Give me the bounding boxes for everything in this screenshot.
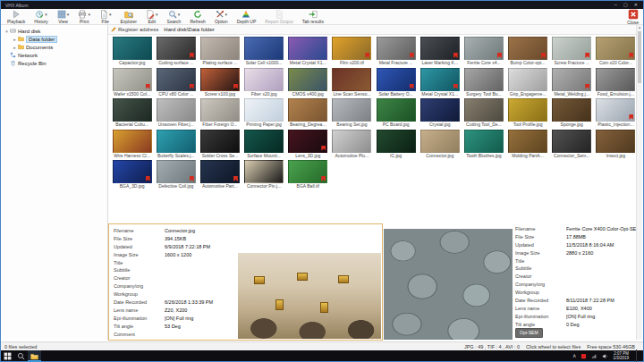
thumbnail-image[interactable] [157,130,196,153]
chevron-down-icon[interactable]: ▾ [88,12,90,17]
thumbnail-item[interactable]: Ferrite Core x4... [462,37,505,68]
toolbar-button-refresh[interactable]: Refresh [185,9,210,24]
thumbnail-image[interactable] [508,98,547,122]
thumbnail-item[interactable]: Crystal.jpg [418,98,462,130]
thumbnail-item[interactable]: Lens_3D.jpg [286,130,330,161]
thumbnail-item[interactable]: Solar Cell x1000... [242,37,286,68]
thumbnail-image[interactable] [596,130,635,153]
toolbar-button-view[interactable]: ▾View [53,9,74,24]
thumbnail-item[interactable]: IC.jpg [374,130,418,161]
thumbnail-image[interactable] [244,68,284,91]
thumbnail-image[interactable] [113,98,152,122]
thumbnail-image[interactable] [420,68,460,91]
thumbnail-item[interactable]: Connector.jpg [418,130,462,161]
thumbnail-item[interactable]: Metal Fracture ... [374,37,418,68]
toolbar-button-explorer[interactable]: Explorer [115,9,141,24]
chevron-down-icon[interactable]: ▾ [156,12,158,17]
thumbnail-item[interactable]: BGA Ball.tif [286,160,330,191]
toolbar-button-file[interactable]: ▾File [95,9,116,24]
file-explorer-button[interactable] [28,350,41,362]
thumbnail-image[interactable] [552,130,591,153]
thumbnail-image[interactable] [377,68,416,91]
tray-chevron-up-icon[interactable]: ∧ [572,353,576,358]
toolbar-button-print[interactable]: ▾Print [73,9,95,24]
tree-expander-icon[interactable]: ▾ [4,29,10,34]
thumbnail-image[interactable] [288,68,327,91]
thumbnail-item[interactable]: Automotive Part... [198,160,242,191]
thumbnail-image[interactable] [244,160,284,183]
thumbnail-image[interactable] [596,37,635,60]
thumbnail-image[interactable] [288,160,327,183]
thumbnail-image[interactable] [113,130,152,153]
chevron-down-icon[interactable]: ▾ [225,12,228,17]
scrollbar-thumb[interactable] [638,31,641,83]
thumbnail-item[interactable]: Sponge.jpg [550,98,594,130]
thumbnail-item[interactable]: Screw Fracture ... [550,37,594,68]
thumbnail-image[interactable] [552,37,591,60]
thumbnail-item[interactable]: Butterfly Scales.j... [154,130,198,161]
thumbnail-image[interactable] [332,37,371,60]
opt-sem-button[interactable]: Opt-SEM [515,328,543,338]
thumbnail-item[interactable]: Laser Marking K... [418,37,462,68]
thumbnail-image[interactable] [157,98,196,122]
thumbnail-item[interactable]: Tooth Blushes.jpg [462,130,505,161]
thumbnail-item[interactable]: Cutting surface ... [154,37,198,68]
thumbnail-item[interactable]: Connector Pin.j... [242,160,286,191]
thumbnail-item[interactable]: Molding PartA... [506,130,550,161]
thumbnail-item[interactable]: Food_Emulsion.j... [594,68,638,99]
thumbnail-item[interactable]: Surgery Tool Bu... [462,68,505,99]
close-button[interactable]: Close [627,9,641,25]
taskbar-clock[interactable]: 2:07 PM 1/3/2019 [613,351,631,361]
toolbar-button-search[interactable]: ▾Search [163,9,186,24]
toolbar-button-tab-results[interactable]: Tab results [298,9,328,24]
thumbnail-item[interactable]: Solar Battery O... [374,68,418,99]
thumbnail-item[interactable]: Automotive Plu... [330,130,374,161]
thumbnail-item[interactable]: Unwoven Fiber.j... [154,98,198,130]
preview-ferrite-image[interactable] [384,229,513,340]
thumbnail-image[interactable] [113,68,152,91]
thumbnail-image[interactable] [464,37,504,60]
thumbnail-item[interactable]: Wire Harness Cl... [110,130,154,161]
chevron-down-icon[interactable]: ▾ [178,12,181,17]
thumbnail-item[interactable]: Film x200.tif [330,37,374,68]
thumbnail-image[interactable] [552,68,591,91]
thumbnail-item[interactable]: Plating surface ... [198,37,242,68]
thumbnail-item[interactable]: Coin x20 Color... [594,37,638,68]
toolbar-button-option[interactable]: ▾Option [210,9,233,24]
thumbnail-item[interactable]: Solder Cross Se... [198,130,242,161]
thumbnail-image[interactable] [244,130,284,153]
vertical-scrollbar[interactable]: ▲ [636,25,642,340]
thumbnail-image[interactable] [244,37,284,60]
thumbnail-item[interactable]: BGA_3D.jpg [110,160,154,191]
thumbnail-image[interactable] [552,98,591,122]
thumbnail-item[interactable]: CMOS x400.jpg [286,68,330,99]
thumbnail-item[interactable]: Wafer x1500 Col... [110,68,154,99]
thumbnail-item[interactable]: Bacterial Cultu... [110,98,154,130]
thumbnail-image[interactable] [200,160,240,183]
sidebar-item-recycle-bin[interactable]: Recycle Bin [1,59,107,67]
thumbnail-image[interactable] [332,98,371,122]
start-button[interactable] [1,350,14,362]
thumbnail-image[interactable] [113,160,152,183]
tray-network-icon[interactable] [591,353,597,359]
thumbnail-item[interactable]: Cutting Tool_De... [462,98,505,130]
thumbnail-image[interactable] [377,37,416,60]
tray-notification-icon[interactable] [580,353,587,359]
thumbnail-item[interactable]: Bearing_Degrea... [286,98,330,130]
thumbnail-image[interactable] [288,98,327,122]
sidebar-item-network[interactable]: Network [1,51,107,59]
thumbnail-image[interactable] [508,37,547,60]
minimize-button[interactable]: ─ [614,1,618,9]
sidebar-item-documents[interactable]: ▸Documents [1,43,107,51]
thumbnail-item[interactable]: Screw x100.jpg [198,68,242,99]
tray-volume-icon[interactable] [602,353,608,359]
sidebar-item-hard-disk[interactable]: ▾Hard disk [1,27,107,35]
thumbnail-image[interactable] [200,68,240,91]
tree-expander-icon[interactable]: ▸ [12,45,18,50]
chevron-down-icon[interactable]: ▾ [109,12,112,17]
show-desktop-button[interactable] [636,349,640,362]
thumbnail-item[interactable]: Bump Color-opt... [506,37,550,68]
thumbnail-image[interactable] [596,68,635,91]
thumbnail-image[interactable] [508,130,547,153]
scroll-up-arrow-icon[interactable]: ▲ [637,25,642,30]
